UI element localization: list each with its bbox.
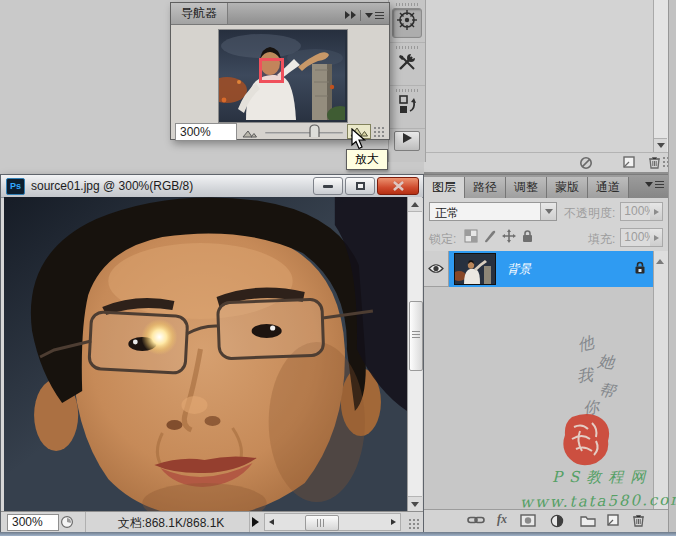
- document-size-info: 文档:868.1K/868.1K: [93, 515, 249, 532]
- photo-face-closeup: [4, 197, 407, 511]
- status-zoom-field[interactable]: 300%: [7, 514, 59, 531]
- group-folder-icon[interactable]: [580, 514, 596, 530]
- lock-paint-icon[interactable]: [483, 229, 497, 246]
- document-titlebar[interactable]: Ps source01.jpg @ 300%(RGB/8): [1, 175, 423, 198]
- navigator-wheel-icon[interactable]: [392, 8, 422, 38]
- calligraphy-char: 她: [597, 351, 616, 374]
- opacity-label: 不透明度:: [564, 205, 615, 222]
- dock-cell-tools: [389, 43, 425, 86]
- collapse-double-arrow-icon[interactable]: [344, 8, 356, 22]
- lock-move-icon[interactable]: [502, 229, 516, 246]
- minimize-button[interactable]: [313, 177, 343, 195]
- link-icon[interactable]: [467, 514, 485, 528]
- scroll-right-button[interactable]: [387, 514, 400, 530]
- styles-panel-region: [424, 0, 668, 174]
- layer-list-scrollbar[interactable]: [653, 251, 668, 509]
- blend-mode-row: 正常 不透明度: 100%: [424, 202, 668, 223]
- minimize-icon: [323, 185, 333, 188]
- scroll-down-button[interactable]: [654, 138, 667, 152]
- tab-paths[interactable]: 路径: [465, 177, 506, 198]
- opacity-arrow-button[interactable]: [650, 202, 663, 221]
- horizontal-scrollbar[interactable]: [264, 513, 401, 531]
- tab-channels[interactable]: 通道: [588, 177, 629, 198]
- navigator-panel: 导航器: [170, 2, 390, 140]
- blend-mode-value: 正常: [435, 205, 459, 222]
- panel-resize-grip[interactable]: [373, 126, 386, 139]
- zoom-slider-thumb[interactable]: [309, 124, 320, 141]
- blend-mode-select[interactable]: 正常: [429, 202, 557, 221]
- zoom-slider-track[interactable]: [265, 132, 343, 134]
- navigator-header[interactable]: 导航器: [171, 3, 389, 25]
- panel-vertical-scrollbar[interactable]: [653, 0, 668, 152]
- dock-drag-handle[interactable]: [396, 46, 418, 49]
- new-layer-icon[interactable]: [606, 514, 620, 530]
- scroll-left-button[interactable]: [265, 514, 278, 530]
- tab-layers[interactable]: 图层: [424, 177, 465, 198]
- dock-drag-handle[interactable]: [396, 3, 418, 6]
- tools-wrench-icon[interactable]: [392, 51, 422, 81]
- document-window: Ps source01.jpg @ 300%(RGB/8): [0, 174, 424, 532]
- tab-adjustments[interactable]: 调整: [506, 177, 547, 198]
- tab-masks[interactable]: 蒙版: [547, 177, 588, 198]
- trash-icon[interactable]: [632, 514, 645, 531]
- clone-source-icon[interactable]: [392, 94, 422, 124]
- scroll-up-button[interactable]: [656, 253, 664, 267]
- navigator-view-box[interactable]: [259, 58, 284, 83]
- close-icon: [392, 181, 405, 191]
- lock-transparency-icon[interactable]: [464, 229, 478, 246]
- zoom-out-icon[interactable]: [242, 127, 257, 141]
- panel-menu-icon[interactable]: [365, 12, 384, 19]
- scroll-up-button[interactable]: [408, 197, 422, 212]
- adjustment-icon[interactable]: [550, 514, 564, 531]
- window-resize-grip[interactable]: [408, 518, 421, 530]
- scroll-down-button[interactable]: [408, 496, 422, 511]
- caption-buttons: [311, 177, 419, 195]
- maximize-button[interactable]: [345, 177, 375, 195]
- window-bottom-edge: [0, 532, 676, 536]
- layer-name[interactable]: 背景: [507, 261, 531, 278]
- zoom-in-tooltip: 放大: [346, 149, 388, 170]
- watermark-site-url-bottom: www.tata580.com: [520, 491, 676, 512]
- panel-dock: [388, 0, 426, 162]
- layers-panel-tabs: 图层 路径 调整 蒙版 通道: [424, 175, 668, 198]
- vertical-scrollbar[interactable]: [407, 197, 422, 511]
- navigator-thumbnail[interactable]: [218, 29, 348, 123]
- layer-row-selected-area[interactable]: 背景: [449, 251, 654, 287]
- panel-menu-icon[interactable]: [645, 181, 664, 188]
- new-item-icon[interactable]: [622, 156, 636, 172]
- watermark-site-name-bottom: PS教程网: [552, 468, 652, 487]
- mask-icon[interactable]: [520, 514, 536, 530]
- dock-drag-handle[interactable]: [396, 89, 418, 92]
- layer-visibility-toggle[interactable]: [424, 251, 449, 287]
- lock-row: 锁定: 填充: 100%: [424, 228, 668, 249]
- separator: [85, 512, 86, 533]
- dock-cell-clone-source: [389, 86, 425, 129]
- horizontal-scroll-thumb[interactable]: [305, 515, 339, 531]
- close-button[interactable]: [377, 177, 419, 195]
- lock-all-icon[interactable]: [521, 229, 534, 246]
- image-canvas[interactable]: [4, 197, 407, 511]
- separator: [360, 10, 361, 21]
- layer-thumbnail-image: [455, 254, 495, 284]
- clear-style-icon[interactable]: [579, 156, 593, 173]
- layer-thumbnail[interactable]: [454, 253, 496, 285]
- navigator-zoom-field[interactable]: 300%: [175, 123, 237, 141]
- document-title: source01.jpg @ 300%(RGB/8): [31, 179, 193, 193]
- status-flyout-arrow[interactable]: [252, 517, 259, 527]
- dock-cell-actions: [389, 129, 425, 155]
- trash-icon[interactable]: [648, 156, 661, 173]
- photoshop-workspace: 思缘设计论坛 WWW.MISSYUAN.COM: [0, 0, 676, 536]
- fx-icon[interactable]: fx: [497, 512, 507, 527]
- fill-arrow-button[interactable]: [650, 228, 663, 247]
- actions-play-icon[interactable]: [394, 131, 420, 151]
- vertical-scroll-thumb[interactable]: [409, 301, 423, 371]
- status-bar: 300% 文档:868.1K/868.1K: [1, 511, 423, 533]
- maximize-icon: [356, 182, 365, 190]
- navigator-tab[interactable]: 导航器: [171, 3, 228, 24]
- thumb-grip: [317, 519, 326, 527]
- mouse-cursor: [351, 128, 367, 150]
- photoshop-file-icon: Ps: [6, 178, 25, 195]
- layer-row-background[interactable]: 背景: [424, 251, 654, 287]
- lock-label: 锁定:: [429, 231, 456, 248]
- dropdown-arrow-icon[interactable]: [540, 203, 556, 220]
